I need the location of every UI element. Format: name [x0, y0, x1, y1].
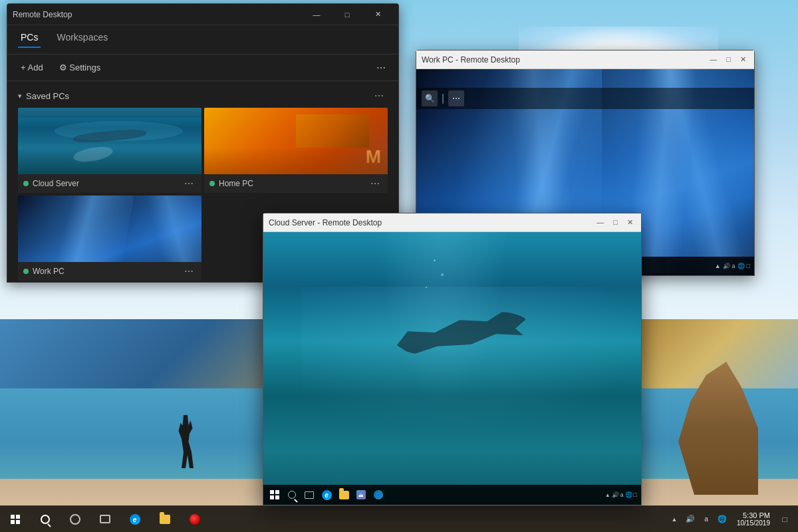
- cloud-server-footer: Cloud Server ⋯: [18, 174, 201, 193]
- cloud-tray-network[interactable]: 🌐: [625, 491, 632, 498]
- taskbar-taskview-button[interactable]: [90, 506, 120, 532]
- cloud-rd-folder-icon[interactable]: [336, 487, 351, 502]
- tab-pcs[interactable]: PCs: [18, 32, 41, 48]
- underwater-light-rays: [376, 232, 509, 404]
- tab-workspaces[interactable]: Workspaces: [54, 32, 110, 48]
- win10-light-rays: [416, 106, 754, 218]
- work-rd-more-button[interactable]: ⋯: [448, 90, 464, 106]
- taskbar-edge-button[interactable]: [120, 506, 150, 532]
- windows-start-logo: [11, 515, 20, 524]
- saved-pcs-title: Saved PCs: [26, 91, 370, 101]
- add-button[interactable]: + Add: [15, 60, 49, 75]
- bubble-2: [441, 273, 444, 276]
- pc-card-cloud-server[interactable]: Cloud Server ⋯: [18, 108, 201, 193]
- app-titlebar: Remote Desktop — □ ✕: [7, 4, 398, 25]
- cloud-tray-up-arrow[interactable]: ▲: [605, 492, 610, 498]
- close-button[interactable]: ✕: [362, 4, 393, 25]
- pc-card-home-pc[interactable]: Home PC ⋯: [204, 108, 388, 193]
- taskbar-explorer-button[interactable]: [150, 506, 180, 532]
- cloud-rd-maximize-button[interactable]: □: [610, 218, 620, 227]
- cloud-rd-minimize-button[interactable]: —: [594, 218, 606, 227]
- work-pc-footer: Work PC ⋯: [18, 262, 201, 281]
- language-indicator: a: [704, 515, 708, 523]
- work-rd-close-button[interactable]: ✕: [737, 55, 749, 64]
- home-pc-status-dot: [209, 181, 215, 186]
- cloud-rd-edge-icon[interactable]: [319, 487, 334, 502]
- store-icon: [190, 514, 200, 525]
- cloud-server-more-button[interactable]: ⋯: [182, 178, 196, 189]
- cloud-tray-notification[interactable]: □: [634, 491, 637, 498]
- home-pc-footer: Home PC ⋯: [204, 174, 388, 193]
- cloud-server-rd-window: Cloud Server - Remote Desktop — □ ✕: [263, 213, 642, 505]
- cloud-tray-volume[interactable]: 🔊: [612, 491, 619, 498]
- language-icon[interactable]: a: [732, 263, 735, 269]
- work-pc-status-dot: [23, 269, 29, 274]
- work-rd-zoom-button[interactable]: 🔍: [422, 90, 438, 106]
- taskbar-cortana-button[interactable]: [60, 506, 90, 532]
- tray-up-arrow[interactable]: ▲: [668, 513, 681, 526]
- maximize-button[interactable]: □: [332, 4, 362, 25]
- rock-formation: [678, 362, 758, 495]
- taskbar-search-button[interactable]: [30, 506, 60, 532]
- toolbar-more-button[interactable]: ⋯: [372, 59, 390, 77]
- cloud-rd-close-button[interactable]: ✕: [624, 218, 636, 227]
- work-pc-thumbnail: [18, 196, 201, 262]
- cloud-rd-start-icon[interactable]: [267, 487, 282, 502]
- orange-thumbnail-bg: [204, 108, 388, 174]
- photos-icon: ⛰: [356, 490, 366, 499]
- search-icon: [41, 515, 50, 524]
- volume-icon[interactable]: 🔊: [723, 263, 730, 269]
- home-pc-more-button[interactable]: ⋯: [368, 178, 382, 189]
- pc-card-work-pc[interactable]: Work PC ⋯: [18, 196, 201, 281]
- work-rd-win-controls: — □ ✕: [707, 55, 749, 64]
- notification-icon[interactable]: □: [747, 263, 750, 269]
- cloud-server-status-dot: [23, 181, 29, 186]
- work-rd-maximize-button[interactable]: □: [724, 55, 733, 64]
- notification-icon: □: [782, 515, 787, 524]
- cloud-server-name: Cloud Server: [33, 179, 182, 188]
- work-rd-minimize-button[interactable]: —: [707, 55, 720, 64]
- taskbar-system-tray: ▲ 🔊 a 🌐 5:30 PM 10/15/2019 □: [668, 511, 798, 527]
- settings-button[interactable]: ⚙ Settings: [54, 60, 106, 75]
- cloud-rd-taskview-icon[interactable]: [302, 487, 317, 502]
- saved-pcs-more-button[interactable]: ⋯: [370, 89, 388, 102]
- system-tray-up-arrow[interactable]: ▲: [715, 263, 721, 269]
- tray-volume[interactable]: 🔊: [684, 513, 697, 526]
- cloud-rd-person-icon[interactable]: 👤: [371, 487, 386, 502]
- collapse-icon: ▾: [18, 92, 22, 100]
- home-pc-name: Home PC: [219, 179, 368, 188]
- edge-icon: [130, 514, 140, 525]
- edge-icon-small: [322, 490, 332, 500]
- taskbar-app-button[interactable]: [180, 506, 209, 532]
- cloud-rd-taskbar: ⛰ 👤 ▲ 🔊 a 🌐 □: [263, 485, 641, 505]
- clock-time: 5:30 PM: [737, 511, 770, 519]
- work-rd-title: Work PC - Remote Desktop: [422, 55, 707, 65]
- work-rd-titlebar: Work PC - Remote Desktop — □ ✕: [416, 51, 754, 69]
- show-hidden-icons: ▲: [671, 516, 677, 523]
- tray-network[interactable]: 🌐: [716, 513, 729, 526]
- cloud-rd-content: ⛰ 👤 ▲ 🔊 a 🌐 □: [263, 232, 641, 505]
- underwater-thumbnail-bg: [18, 108, 201, 174]
- work-pc-more-button[interactable]: ⋯: [182, 266, 196, 277]
- cloud-rd-photos-icon[interactable]: ⛰: [354, 487, 368, 502]
- cloud-tray-lang[interactable]: a: [620, 491, 624, 498]
- minimize-button[interactable]: —: [301, 4, 332, 25]
- window-controls: — □ ✕: [301, 4, 393, 25]
- work-rd-system-tray: ▲ 🔊 a 🌐 □: [715, 263, 750, 269]
- cortana-icon: [70, 514, 80, 525]
- nav-tabs: PCs Workspaces: [7, 25, 398, 55]
- cloud-rd-search-icon[interactable]: [285, 487, 299, 502]
- clock-date: 10/15/2019: [737, 519, 770, 527]
- network-icon[interactable]: 🌐: [737, 263, 745, 269]
- tray-language[interactable]: a: [700, 513, 713, 526]
- start-button[interactable]: [0, 506, 30, 532]
- cloud-rd-title: Cloud Server - Remote Desktop: [269, 218, 594, 227]
- cloud-server-thumbnail: [18, 108, 201, 174]
- saved-pcs-header[interactable]: ▾ Saved PCs ⋯: [13, 86, 393, 105]
- task-view-icon-small: [305, 491, 314, 499]
- home-pc-thumbnail: [204, 108, 388, 174]
- notification-center-button[interactable]: □: [778, 513, 791, 526]
- taskbar-clock[interactable]: 5:30 PM 10/15/2019: [732, 511, 775, 527]
- toolbar-divider: |: [442, 92, 444, 104]
- cloud-rd-titlebar: Cloud Server - Remote Desktop — □ ✕: [263, 213, 641, 232]
